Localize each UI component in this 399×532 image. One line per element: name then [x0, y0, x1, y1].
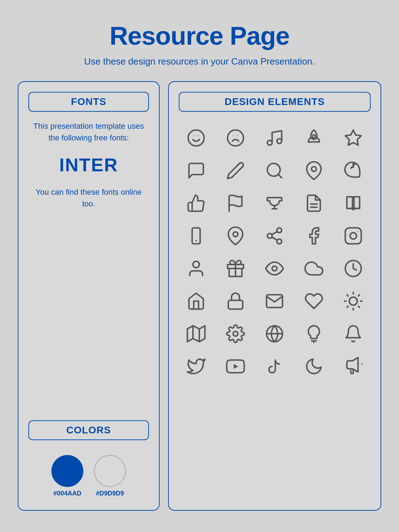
icon-thumbsup	[179, 189, 214, 217]
fonts-description: This presentation template uses the foll…	[28, 120, 149, 144]
svg-point-3	[227, 130, 243, 146]
svg-point-8	[312, 135, 316, 138]
icon-lock	[218, 287, 253, 315]
svg-line-22	[272, 232, 277, 235]
icon-pencil	[218, 156, 253, 185]
svg-point-6	[267, 140, 272, 145]
icon-eye	[257, 254, 292, 283]
icon-pushpin	[336, 156, 371, 185]
icon-home	[179, 287, 214, 315]
icon-sad	[218, 124, 253, 152]
icon-book	[336, 189, 371, 217]
color-swatches: #004AAD #D9D9D9	[51, 455, 126, 497]
icon-clock	[336, 254, 371, 283]
svg-point-24	[350, 233, 356, 239]
svg-point-32	[349, 297, 357, 305]
icon-settings	[218, 320, 253, 348]
icon-youtube	[218, 352, 253, 381]
svg-point-4	[233, 135, 233, 136]
svg-marker-41	[188, 326, 205, 342]
icon-lightbulb	[297, 320, 332, 348]
icon-smiley	[179, 124, 214, 152]
svg-marker-9	[345, 130, 361, 145]
svg-point-26	[193, 261, 199, 268]
icon-gift	[218, 254, 253, 283]
svg-line-39	[347, 306, 348, 307]
page-subtitle: Use these design resources in your Canva…	[84, 56, 315, 67]
font-name-display: INTER	[59, 154, 118, 176]
icon-heart	[297, 287, 332, 315]
icon-tiktok	[257, 352, 292, 381]
colors-section: COLORS #004AAD #D9D9D9	[28, 420, 149, 497]
fonts-panel: FONTS This presentation template uses th…	[18, 81, 160, 511]
icon-share	[257, 222, 292, 250]
icon-trophy	[257, 189, 292, 217]
icons-grid	[179, 124, 371, 381]
svg-point-25	[357, 231, 358, 232]
svg-marker-49	[234, 364, 238, 369]
icon-search	[257, 156, 292, 185]
icon-moon	[297, 352, 332, 381]
icon-cloud	[297, 254, 332, 283]
icon-chat	[179, 156, 214, 185]
icon-facebook	[297, 222, 332, 250]
icon-globe	[257, 320, 292, 348]
icon-map	[179, 320, 214, 348]
svg-point-0	[188, 130, 204, 146]
icon-rocket	[297, 124, 332, 152]
icon-music	[257, 124, 292, 152]
icon-star	[336, 124, 371, 152]
panels-container: FONTS This presentation template uses th…	[18, 81, 381, 511]
color-label-gray: #D9D9D9	[96, 490, 124, 497]
icon-phone	[179, 222, 214, 250]
icon-location	[218, 222, 253, 250]
svg-point-2	[198, 135, 199, 136]
fonts-badge: FONTS	[28, 92, 149, 112]
svg-point-11	[311, 167, 316, 172]
svg-point-17	[233, 232, 238, 237]
icon-megaphone	[336, 352, 371, 381]
fonts-find-text: You can find these fonts online too.	[28, 186, 149, 210]
svg-rect-31	[228, 300, 243, 309]
color-circle-blue	[51, 455, 83, 487]
icon-instagram	[336, 222, 371, 250]
svg-point-5	[238, 135, 238, 136]
svg-line-35	[347, 295, 348, 296]
svg-line-21	[272, 237, 277, 240]
icon-bell	[336, 320, 371, 348]
page-title: Resource Page	[110, 21, 289, 50]
color-circle-gray	[94, 455, 126, 487]
color-swatch-blue: #004AAD	[51, 455, 83, 497]
icon-user	[179, 254, 214, 283]
svg-point-1	[193, 135, 194, 136]
icon-document	[297, 189, 332, 217]
icon-sun	[336, 287, 371, 315]
color-swatch-gray: #D9D9D9	[94, 455, 126, 497]
icon-pin	[297, 156, 332, 185]
svg-line-36	[358, 306, 359, 307]
svg-rect-23	[345, 228, 361, 244]
icon-mail	[257, 287, 292, 315]
elements-panel: DESIGN ELEMENTS	[168, 81, 381, 511]
color-label-blue: #004AAD	[53, 490, 81, 497]
svg-point-44	[233, 331, 238, 336]
svg-point-29	[272, 266, 277, 271]
elements-badge: DESIGN ELEMENTS	[179, 92, 371, 112]
icon-flag	[218, 189, 253, 217]
icon-twitter	[179, 352, 214, 381]
svg-line-40	[358, 295, 359, 296]
colors-badge: COLORS	[28, 420, 149, 440]
